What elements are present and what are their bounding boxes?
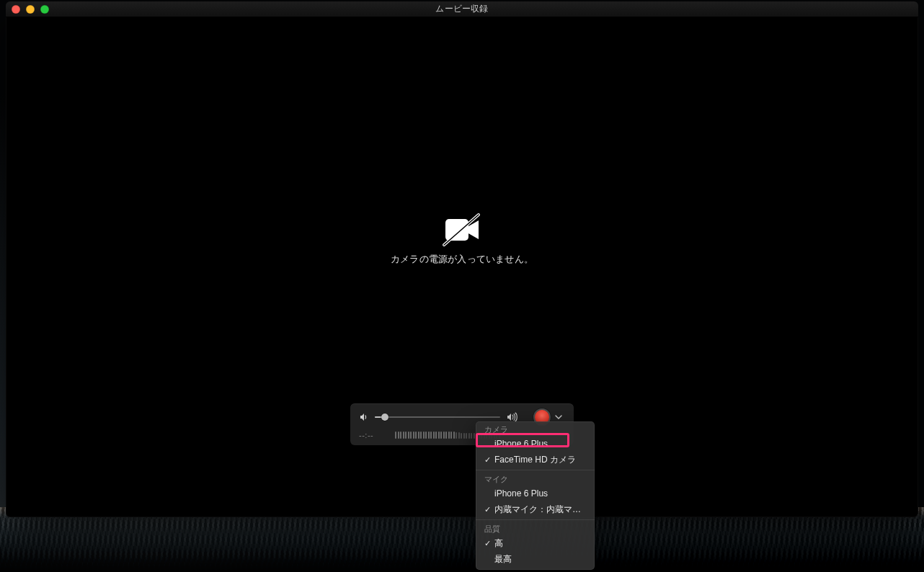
menu-item[interactable]: ✓FaceTime HD カメラ: [476, 452, 595, 468]
camera-off-text: カメラの電源が入っていません。: [391, 254, 533, 266]
zoom-button[interactable]: [40, 5, 49, 14]
chevron-down-icon: [555, 414, 562, 421]
menu-separator: [476, 470, 595, 470]
titlebar: ムービー収録: [6, 1, 918, 17]
menu-item-label: 高: [494, 537, 587, 550]
menu-item[interactable]: iPhone 6 Plus: [476, 436, 595, 452]
recording-options-menu: カメラiPhone 6 Plus✓FaceTime HD カメラマイクiPhon…: [476, 421, 595, 570]
menu-item[interactable]: 最高: [476, 551, 595, 567]
window-controls: [12, 1, 49, 17]
menu-item-label: FaceTime HD カメラ: [494, 453, 587, 466]
close-button[interactable]: [12, 5, 20, 14]
menu-section-title: マイク: [476, 473, 595, 486]
camera-off-icon: [440, 212, 484, 248]
menu-section-title: カメラ: [476, 423, 595, 436]
volume-slider[interactable]: [375, 416, 500, 418]
menu-item[interactable]: ✓内蔵マイク：内蔵マイク: [476, 501, 595, 517]
volume-high-icon: [506, 412, 519, 422]
window-title: ムービー収録: [435, 3, 488, 15]
elapsed-time: --:--: [359, 431, 388, 439]
menu-item-label: 内蔵マイク：内蔵マイク: [494, 503, 587, 516]
svg-rect-0: [445, 219, 468, 241]
menu-item[interactable]: ✓高: [476, 535, 595, 551]
menu-item-label: 最高: [494, 553, 587, 566]
menu-section-title: 品質: [476, 522, 595, 535]
menu-item-label: iPhone 6 Plus: [494, 487, 587, 500]
volume-low-icon: [359, 412, 369, 422]
check-icon: ✓: [483, 537, 492, 550]
volume-thumb[interactable]: [381, 414, 388, 421]
menu-item[interactable]: iPhone 6 Plus: [476, 486, 595, 501]
movie-recording-window: ムービー収録 カメラの電源が入っていません。: [6, 1, 918, 517]
minimize-button[interactable]: [26, 5, 35, 14]
check-icon: ✓: [483, 503, 492, 516]
menu-item-label: iPhone 6 Plus: [494, 437, 587, 450]
check-icon: ✓: [483, 453, 492, 466]
menu-separator: [476, 519, 595, 520]
camera-off-message: カメラの電源が入っていません。: [391, 212, 533, 266]
